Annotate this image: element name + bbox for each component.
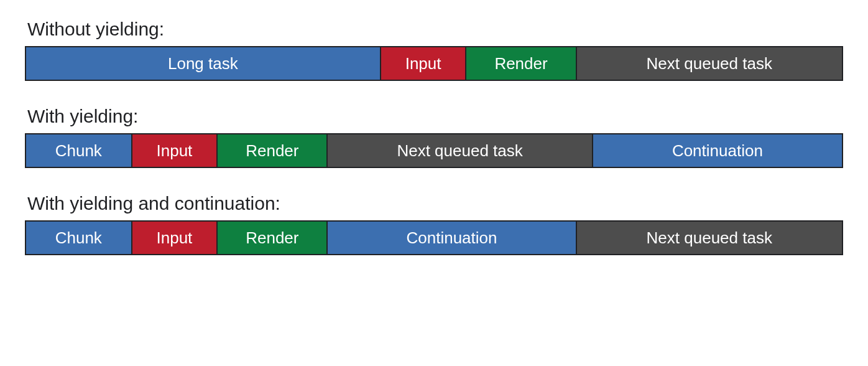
timeline-segment: Render	[218, 134, 328, 167]
timeline-segment: Next queued task	[577, 222, 842, 254]
timeline-segment: Next queued task	[577, 47, 842, 80]
timeline-section: With yielding:ChunkInputRenderNext queue…	[25, 106, 843, 168]
timeline-segment: Long task	[26, 47, 381, 80]
task-scheduling-diagram: Without yielding:Long taskInputRenderNex…	[25, 19, 843, 255]
timeline-segment: Chunk	[26, 222, 132, 254]
timeline-segment: Input	[132, 222, 218, 254]
timeline-segment: Continuation	[593, 134, 842, 167]
timeline-segment: Chunk	[26, 134, 132, 167]
section-title: Without yielding:	[25, 19, 843, 40]
timeline-segment: Input	[132, 134, 218, 167]
timeline-bar: Long taskInputRenderNext queued task	[25, 46, 843, 81]
section-title: With yielding and continuation:	[25, 193, 843, 214]
timeline-section: Without yielding:Long taskInputRenderNex…	[25, 19, 843, 81]
timeline-segment: Render	[466, 47, 576, 80]
section-title: With yielding:	[25, 106, 843, 127]
timeline-section: With yielding and continuation:ChunkInpu…	[25, 193, 843, 255]
timeline-segment: Input	[381, 47, 467, 80]
timeline-bar: ChunkInputRenderContinuationNext queued …	[25, 220, 843, 255]
timeline-segment: Render	[218, 222, 328, 254]
timeline-segment: Next queued task	[328, 134, 593, 167]
timeline-bar: ChunkInputRenderNext queued taskContinua…	[25, 133, 843, 168]
timeline-segment: Continuation	[328, 222, 576, 254]
